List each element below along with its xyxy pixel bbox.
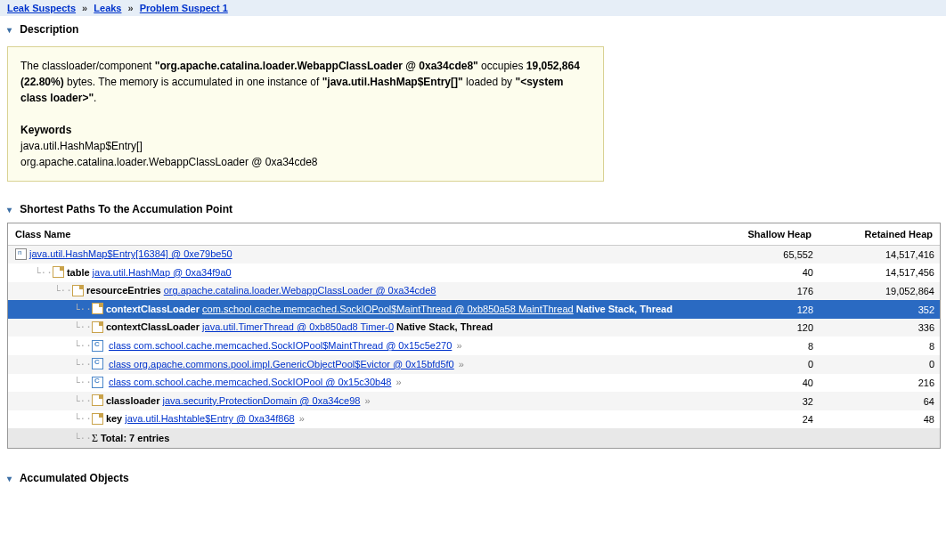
col-retained-heap[interactable]: Retained Heap bbox=[819, 223, 940, 246]
desc-text: bytes. The memory is accumulated in one … bbox=[64, 76, 322, 88]
retained-heap-value: 14,517,416 bbox=[819, 246, 940, 264]
desc-instance: "java.util.HashMap$Entry[]" bbox=[322, 76, 463, 88]
shallow-heap-value: 40 bbox=[715, 264, 819, 282]
row-prefix: table bbox=[67, 267, 93, 278]
breadcrumb-sep: » bbox=[82, 3, 87, 13]
object-link[interactable]: java.util.TimerThread @ 0xb850ad8 Timer-… bbox=[202, 321, 394, 332]
row-prefix: contextClassLoader bbox=[106, 321, 202, 332]
table-row[interactable]: └·· class com.school.cache.memcached.Soc… bbox=[8, 374, 940, 393]
section-shortest-paths-header: ▾ Shortest Paths To the Accumulation Poi… bbox=[0, 196, 946, 219]
section-title: Accumulated Objects bbox=[20, 472, 129, 484]
object-link[interactable]: java.util.Hashtable$Entry @ 0xa34f868 bbox=[125, 413, 294, 424]
section-description-header: ▾ Description bbox=[0, 16, 946, 39]
object-link[interactable]: class com.school.cache.memcached.SockIOP… bbox=[109, 340, 452, 351]
object-link[interactable]: org.apache.catalina.loader.WebappClassLo… bbox=[164, 285, 436, 296]
tree-connector: └·· bbox=[54, 285, 72, 296]
shallow-heap-value: 128 bbox=[715, 300, 819, 319]
object-icon bbox=[92, 413, 103, 425]
table-row[interactable]: └··table java.util.HashMap @ 0xa34f9a040… bbox=[8, 264, 940, 282]
section-title: Shortest Paths To the Accumulation Point bbox=[20, 203, 232, 215]
section-title: Description bbox=[20, 23, 78, 36]
desc-text: . bbox=[94, 92, 96, 104]
shallow-heap-value: 40 bbox=[715, 374, 819, 393]
row-prefix: contextClassLoader bbox=[106, 304, 202, 314]
desc-text: occupies bbox=[478, 60, 526, 72]
collapse-toggle-icon[interactable]: ▾ bbox=[7, 205, 12, 215]
shallow-heap-value: 120 bbox=[715, 319, 819, 337]
tree-connector: └·· bbox=[35, 267, 53, 279]
retained-heap-value: 19,052,864 bbox=[819, 282, 940, 301]
tree-connector: └·· bbox=[74, 340, 92, 352]
keywords-label: Keywords bbox=[20, 124, 71, 136]
retained-heap-value: 14,517,456 bbox=[819, 264, 940, 282]
row-suffix: Native Stack, Thread bbox=[394, 321, 493, 332]
collapse-toggle-icon[interactable]: ▾ bbox=[7, 25, 12, 35]
tree-connector: └·· bbox=[74, 377, 92, 388]
object-icon bbox=[92, 321, 103, 333]
shallow-heap-value: 65,552 bbox=[715, 246, 819, 264]
shallow-heap-value: 176 bbox=[715, 282, 819, 301]
follow-arrow-icon[interactable]: » bbox=[456, 340, 461, 351]
object-link[interactable]: java.util.HashMap @ 0xa34f9a0 bbox=[93, 267, 232, 278]
breadcrumb-leaks[interactable]: Leaks bbox=[94, 3, 121, 13]
table-row[interactable]: java.util.HashMap$Entry[16384] @ 0xe79be… bbox=[8, 246, 940, 264]
keyword: java.util.HashMap$Entry[] bbox=[20, 140, 143, 152]
shortest-paths-table: Class Name Shallow Heap Retained Heap ja… bbox=[8, 223, 940, 448]
object-icon bbox=[92, 394, 103, 406]
total-label: Total: 7 entries bbox=[101, 433, 169, 443]
tree-connector: └·· bbox=[74, 433, 92, 444]
breadcrumb-problem-suspect-1[interactable]: Problem Suspect 1 bbox=[140, 3, 228, 13]
desc-text: loaded by bbox=[463, 76, 516, 88]
tree-connector: └·· bbox=[74, 321, 92, 333]
col-shallow-heap[interactable]: Shallow Heap bbox=[715, 223, 819, 246]
sigma-icon: Σ bbox=[92, 432, 98, 444]
array-icon bbox=[15, 248, 27, 260]
table-row[interactable]: └··contextClassLoader java.util.TimerThr… bbox=[8, 319, 940, 337]
keyword: org.apache.catalina.loader.WebappClassLo… bbox=[20, 156, 318, 168]
collapse-toggle-icon[interactable]: ▾ bbox=[7, 474, 12, 483]
row-prefix: classloader bbox=[106, 395, 163, 406]
shallow-heap-value: 0 bbox=[715, 355, 819, 374]
tree-connector: └·· bbox=[74, 395, 92, 407]
col-class-name[interactable]: Class Name bbox=[8, 223, 715, 246]
table-row[interactable]: └··key java.util.Hashtable$Entry @ 0xa34… bbox=[8, 410, 940, 429]
breadcrumb-leak-suspects[interactable]: Leak Suspects bbox=[7, 3, 76, 13]
object-link[interactable]: java.util.HashMap$Entry[16384] @ 0xe79be… bbox=[29, 248, 232, 259]
retained-heap-value: 352 bbox=[819, 300, 940, 319]
shallow-heap-value: 24 bbox=[715, 410, 819, 429]
breadcrumb: Leak Suspects » Leaks » Problem Suspect … bbox=[0, 0, 946, 16]
object-link[interactable]: com.school.cache.memcached.SockIOPool$Ma… bbox=[202, 304, 574, 314]
retained-heap-value: 8 bbox=[819, 337, 940, 355]
retained-heap-value: 64 bbox=[819, 392, 940, 410]
shallow-heap-value: 8 bbox=[715, 337, 819, 355]
row-prefix: key bbox=[106, 413, 125, 424]
total-row: └··Σ Total: 7 entries bbox=[8, 428, 940, 448]
object-link[interactable]: class org.apache.commons.pool.impl.Gener… bbox=[109, 359, 454, 369]
table-row[interactable]: └··contextClassLoader com.school.cache.m… bbox=[8, 300, 940, 319]
object-link[interactable]: class com.school.cache.memcached.SockIOP… bbox=[109, 377, 392, 387]
follow-arrow-icon[interactable]: » bbox=[299, 413, 305, 424]
table-row[interactable]: └·· class com.school.cache.memcached.Soc… bbox=[8, 337, 940, 355]
retained-heap-value: 336 bbox=[819, 319, 940, 337]
retained-heap-value: 216 bbox=[819, 374, 940, 393]
follow-arrow-icon[interactable]: » bbox=[364, 395, 370, 406]
table-row[interactable]: └··classloader java.security.ProtectionD… bbox=[8, 392, 940, 410]
tree-connector: └·· bbox=[74, 359, 92, 370]
class-icon bbox=[92, 340, 103, 352]
shallow-heap-value bbox=[715, 428, 819, 448]
class-icon bbox=[92, 358, 103, 369]
table-row[interactable]: └·· class org.apache.commons.pool.impl.G… bbox=[8, 355, 940, 374]
retained-heap-value: 48 bbox=[819, 410, 940, 429]
object-link[interactable]: java.security.ProtectionDomain @ 0xa34ce… bbox=[162, 395, 360, 406]
object-icon bbox=[53, 266, 64, 278]
desc-text: The classloader/component bbox=[20, 60, 155, 72]
tree-connector: └·· bbox=[74, 413, 92, 425]
description-box: The classloader/component "org.apache.ca… bbox=[7, 46, 604, 182]
table-row[interactable]: └··resourceEntries org.apache.catalina.l… bbox=[8, 282, 940, 301]
follow-arrow-icon[interactable]: » bbox=[459, 359, 464, 369]
section-accumulated-header: ▾ Accumulated Objects bbox=[0, 465, 946, 488]
follow-arrow-icon[interactable]: » bbox=[396, 377, 402, 387]
retained-heap-value bbox=[819, 428, 940, 448]
object-icon bbox=[92, 303, 103, 314]
desc-classloader: "org.apache.catalina.loader.WebappClassL… bbox=[155, 60, 478, 72]
